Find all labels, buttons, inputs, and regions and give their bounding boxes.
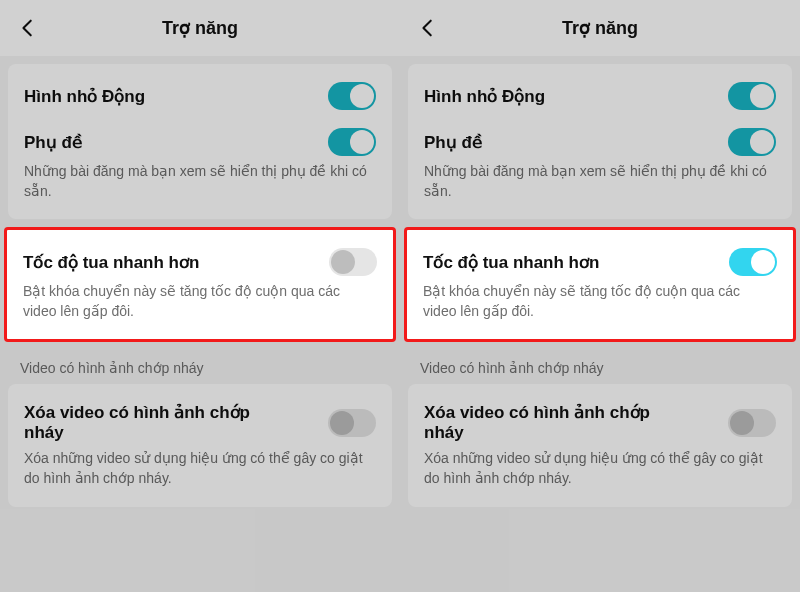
page-title: Trợ năng xyxy=(562,17,638,39)
animated-thumbnail-toggle[interactable] xyxy=(328,82,376,110)
remove-flashing-toggle[interactable] xyxy=(728,409,776,437)
flashing-section-label: Video có hình ảnh chớp nháy xyxy=(20,360,400,376)
subtitles-toggle[interactable] xyxy=(728,128,776,156)
settings-card: Hình nhỏ Động Phụ đề Những bài đăng mà b… xyxy=(408,64,792,219)
subtitles-desc: Những bài đăng mà bạn xem sẽ hiển thị ph… xyxy=(424,162,776,201)
flashing-section-label: Video có hình ảnh chớp nháy xyxy=(420,360,800,376)
subtitles-label: Phụ đề xyxy=(424,132,482,153)
animated-thumbnail-label: Hình nhỏ Động xyxy=(24,86,145,107)
subtitles-label: Phụ đề xyxy=(24,132,82,153)
remove-flashing-card: Xóa video có hình ảnh chớp nháy Xóa nhữn… xyxy=(8,384,392,506)
fast-scroll-desc: Bật khóa chuyển này sẽ tăng tốc độ cuộn … xyxy=(423,282,777,321)
settings-card: Hình nhỏ Động Phụ đề Những bài đăng mà b… xyxy=(8,64,392,219)
fast-scroll-label: Tốc độ tua nhanh hơn xyxy=(423,252,599,273)
fast-scroll-desc: Bật khóa chuyển này sẽ tăng tốc độ cuộn … xyxy=(23,282,377,321)
remove-flashing-label: Xóa video có hình ảnh chớp nháy xyxy=(424,402,694,443)
remove-flashing-toggle[interactable] xyxy=(328,409,376,437)
subtitles-desc: Những bài đăng mà bạn xem sẽ hiển thị ph… xyxy=(24,162,376,201)
fast-scroll-card-highlighted: Tốc độ tua nhanh hơn Bật khóa chuyển này… xyxy=(404,227,796,342)
header: Trợ năng xyxy=(400,0,800,56)
screenshot-after: Trợ năng Hình nhỏ Động Phụ đề Những bài … xyxy=(400,0,800,592)
page-title: Trợ năng xyxy=(162,17,238,39)
animated-thumbnail-toggle[interactable] xyxy=(728,82,776,110)
remove-flashing-label: Xóa video có hình ảnh chớp nháy xyxy=(24,402,294,443)
back-icon[interactable] xyxy=(16,16,40,40)
subtitles-toggle[interactable] xyxy=(328,128,376,156)
remove-flashing-card: Xóa video có hình ảnh chớp nháy Xóa nhữn… xyxy=(408,384,792,506)
animated-thumbnail-label: Hình nhỏ Động xyxy=(424,86,545,107)
fast-scroll-toggle[interactable] xyxy=(729,248,777,276)
fast-scroll-label: Tốc độ tua nhanh hơn xyxy=(23,252,199,273)
remove-flashing-desc: Xóa những video sử dụng hiệu ứng có thể … xyxy=(24,449,376,488)
remove-flashing-desc: Xóa những video sử dụng hiệu ứng có thể … xyxy=(424,449,776,488)
screenshot-before: Trợ năng Hình nhỏ Động Phụ đề Những bài … xyxy=(0,0,400,592)
header: Trợ năng xyxy=(0,0,400,56)
fast-scroll-toggle[interactable] xyxy=(329,248,377,276)
back-icon[interactable] xyxy=(416,16,440,40)
fast-scroll-card-highlighted: Tốc độ tua nhanh hơn Bật khóa chuyển này… xyxy=(4,227,396,342)
